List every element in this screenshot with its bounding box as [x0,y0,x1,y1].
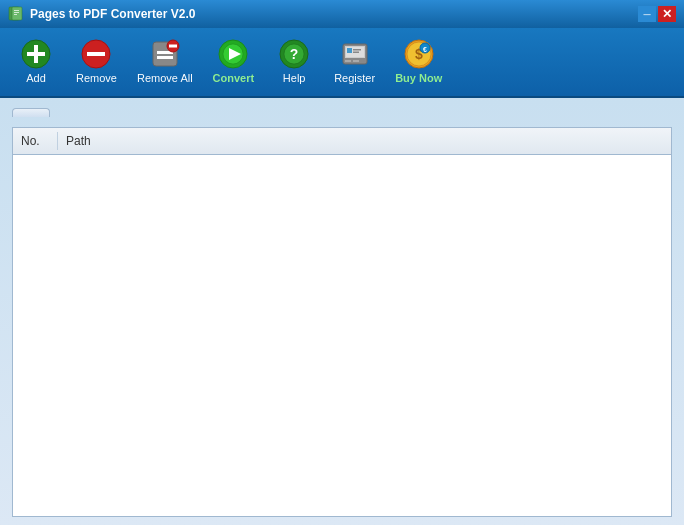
remove-button[interactable]: Remove [70,34,123,88]
add-label: Add [26,72,46,84]
main-tab[interactable] [12,108,50,117]
svg-rect-24 [347,48,352,53]
register-button[interactable]: Register [328,34,381,88]
buy-now-icon: $ € [403,38,435,70]
add-icon [20,38,52,70]
help-button[interactable]: ? Help [268,34,320,88]
remove-all-icon [149,38,181,70]
tab-area [12,108,672,117]
register-icon [339,38,371,70]
svg-rect-28 [353,60,359,62]
close-button[interactable]: ✕ [658,6,676,22]
svg-rect-12 [157,56,173,59]
minimize-button[interactable]: ─ [638,6,656,22]
remove-label: Remove [76,72,117,84]
buy-now-label: Buy Now [395,72,442,84]
svg-rect-4 [14,14,17,15]
register-label: Register [334,72,375,84]
svg-rect-26 [353,52,359,54]
file-list-container: No. Path [12,127,672,517]
svg-rect-7 [27,52,45,56]
help-icon: ? [278,38,310,70]
convert-icon [217,38,249,70]
toolbar: Add Remove Remove All [0,28,684,98]
window-controls: ─ ✕ [638,6,676,22]
convert-label: Convert [213,72,255,84]
app-icon [8,6,24,22]
svg-rect-25 [353,49,361,51]
svg-rect-9 [87,52,105,56]
main-area: No. Path [0,98,684,525]
remove-all-button[interactable]: Remove All [131,34,199,88]
remove-all-label: Remove All [137,72,193,84]
svg-text:€: € [423,46,427,53]
app-title: Pages to PDF Converter V2.0 [30,7,638,21]
title-bar: Pages to PDF Converter V2.0 ─ ✕ [0,0,684,28]
svg-rect-27 [345,60,351,62]
svg-text:?: ? [290,46,299,62]
col-path-header: Path [58,132,671,150]
buy-now-button[interactable]: $ € Buy Now [389,34,448,88]
add-button[interactable]: Add [10,34,62,88]
file-list-body[interactable] [13,155,671,335]
svg-rect-14 [169,45,177,48]
convert-button[interactable]: Convert [207,34,261,88]
remove-icon [80,38,112,70]
svg-rect-2 [14,10,19,11]
svg-rect-1 [12,7,22,20]
help-label: Help [283,72,306,84]
col-no-header: No. [13,132,58,150]
svg-rect-3 [14,12,19,13]
file-list-header: No. Path [13,128,671,155]
